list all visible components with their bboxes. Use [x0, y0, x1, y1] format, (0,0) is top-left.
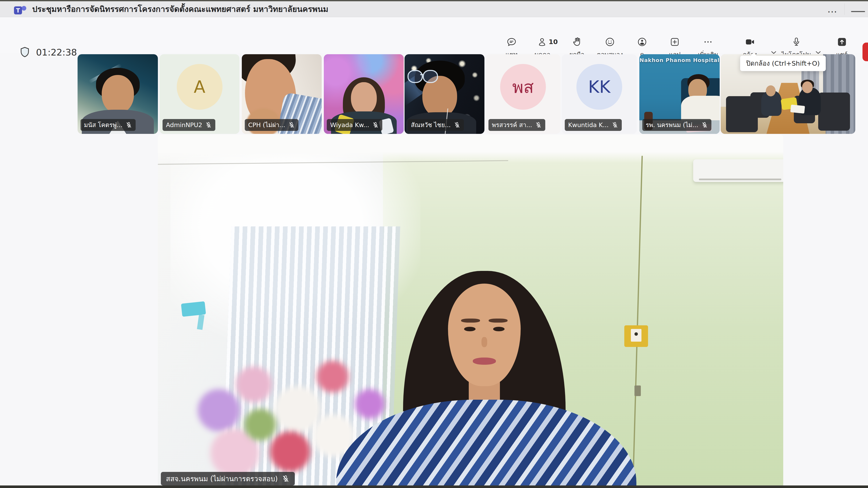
- people-icon: 10: [537, 37, 548, 47]
- avatar: KK: [577, 64, 622, 110]
- avatar: A: [177, 64, 222, 110]
- name-tag: สัณหวัช ไชย...: [407, 119, 464, 131]
- react-smiley-icon: [604, 37, 615, 47]
- meeting-title: ประชุมหารือการจัดนิทรรศการโครงการจัดตั้ง…: [32, 1, 328, 17]
- participant-tile-wiyada[interactable]: Wiyada Kw...: [324, 54, 404, 134]
- main-name-label: สสจ.นครพนม (ไม่ผ่านการตรวจสอบ): [166, 473, 278, 484]
- leave-button[interactable]: [863, 42, 868, 61]
- main-name-tag: สสจ.นครพนม (ไม่ผ่านการตรวจสอบ): [161, 472, 295, 485]
- name-tag: รพ. นครพนม (ไม่...: [642, 119, 711, 131]
- window-minimize-button[interactable]: [851, 11, 865, 12]
- mic-off-icon: [125, 122, 132, 128]
- participant-tile-manat[interactable]: มนัส โคตรพู่...: [78, 54, 158, 134]
- apps-icon: [670, 37, 680, 47]
- hospital-backdrop-text: Nakhon Phanom Hospital: [639, 57, 720, 63]
- title-bar: T ประชุมหารือการจัดนิทรรศการโครงการจัดตั…: [0, 1, 868, 17]
- participant-tile-adminnpu2[interactable]: A AdminNPU2: [160, 54, 240, 134]
- share-icon: [837, 37, 847, 47]
- mic-off-icon: [282, 475, 290, 483]
- mic-off-icon: [372, 122, 379, 128]
- name-tag: มนัส โคตรพู่...: [81, 119, 135, 131]
- security-shield-icon: [19, 46, 31, 58]
- participant-tile-pornsawan[interactable]: พส พรสวรรค์ สา...: [486, 54, 560, 134]
- main-video-stage: สสจ.นครพนม (ไม่ผ่านการตรวจสอบ): [158, 134, 783, 488]
- cyan-tape: [181, 301, 206, 317]
- participant-tile-cph[interactable]: CPH (ไม่ผ่า...: [242, 54, 322, 134]
- window-more-button[interactable]: …: [824, 1, 841, 17]
- mic-off-icon: [535, 122, 542, 128]
- participant-tile-kwuntida[interactable]: KK Kwuntida K...: [562, 54, 637, 134]
- mic-off-icon: [205, 122, 212, 128]
- speaker-face: [448, 284, 521, 386]
- people-count-badge: 10: [549, 38, 558, 45]
- raise-hand-icon: [571, 37, 582, 47]
- camera-tooltip: ปิดกล้อง (Ctrl+Shift+O): [740, 56, 826, 71]
- name-tag: Kwuntida K...: [565, 119, 622, 131]
- chat-icon: [506, 37, 517, 47]
- mic-off-icon: [612, 122, 618, 128]
- tooltip-text: ปิดกล้อง (Ctrl+Shift+O): [746, 58, 820, 69]
- meeting-toolbar: 01:22:38 แชท 10 บุคคล: [0, 17, 868, 53]
- name-tag: Wiyada Kw...: [327, 119, 382, 131]
- participant-tile-sanhawat[interactable]: สัณหวัช ไชย...: [405, 54, 485, 134]
- camera-on-icon: [745, 37, 755, 47]
- meeting-timer: 01:22:38: [36, 34, 77, 70]
- mic-off-icon: [454, 122, 461, 128]
- teams-meeting-window: T ประชุมหารือการจัดนิทรรศการโครงการจัดตั…: [0, 0, 868, 488]
- name-tag: AdminNPU2: [162, 119, 215, 131]
- participant-tile-hospital[interactable]: Nakhon Phanom Hospital รพ. นครพนม (ไม่..…: [639, 54, 720, 134]
- name-tag: CPH (ไม่ผ่า...: [245, 119, 299, 131]
- teams-logo-icon: T: [14, 5, 26, 16]
- name-tag: พรสวรรค์ สา...: [489, 119, 545, 131]
- avatar: พส: [500, 64, 546, 110]
- mic-off-icon: [701, 122, 708, 128]
- bottom-bezel: [0, 485, 868, 488]
- more-dots-icon: [703, 37, 713, 47]
- air-conditioner: [693, 159, 783, 182]
- microphone-icon: [791, 37, 802, 47]
- mic-off-icon: [288, 122, 295, 128]
- view-icon: [637, 37, 647, 47]
- wall-box: [624, 325, 648, 347]
